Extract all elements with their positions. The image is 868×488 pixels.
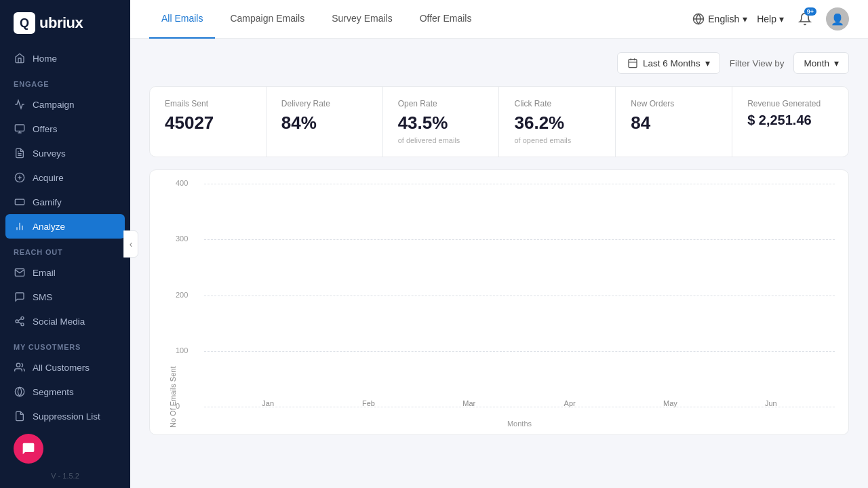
- stat-label: Revenue Generated: [747, 99, 833, 108]
- stat-label: Emails Sent: [165, 99, 251, 108]
- sidebar-item-segments[interactable]: Segments: [0, 380, 130, 404]
- sidebar-item-label: Campaign: [33, 100, 75, 110]
- version-label: V - 1.5.2: [0, 472, 130, 480]
- language-label: English: [708, 14, 739, 24]
- stat-open-rate: Open Rate 43.5% of delivered emails: [383, 87, 500, 157]
- sidebar-item-social-media[interactable]: Social Media: [0, 309, 130, 333]
- chat-button[interactable]: [14, 434, 43, 464]
- bars-area: Jan Feb Mar Apr: [204, 184, 835, 407]
- chart-inner: 400 300 200 100 0 Jan: [177, 184, 835, 428]
- sidebar-item-gamify[interactable]: Gamify: [0, 190, 130, 214]
- bar-group-feb: Feb: [348, 395, 389, 407]
- tab-offer-emails[interactable]: Offer Emails: [408, 0, 484, 39]
- date-range-label: Last 6 Months: [643, 58, 701, 68]
- month-chevron: ▾: [834, 58, 839, 68]
- sidebar-item-label: Analyze: [33, 222, 65, 232]
- month-filter[interactable]: Month ▾: [793, 52, 849, 74]
- sidebar-item-sms[interactable]: SMS: [0, 285, 130, 309]
- suppression-icon: [14, 410, 26, 422]
- top-navigation: All Emails Campaign Emails Survey Emails…: [130, 0, 868, 39]
- main-content: All Emails Campaign Emails Survey Emails…: [130, 0, 868, 488]
- svg-rect-0: [15, 125, 24, 131]
- stat-new-orders: New Orders 84: [616, 87, 732, 157]
- bar-group-mar: Mar: [449, 395, 490, 407]
- sidebar: Q ubriux Home Engage Campaign Offers Sur…: [0, 0, 130, 488]
- surveys-icon: [14, 147, 26, 159]
- sidebar-item-home[interactable]: Home: [0, 46, 130, 70]
- tab-survey-emails[interactable]: Survey Emails: [319, 0, 404, 39]
- svg-point-14: [21, 323, 24, 326]
- sidebar-item-surveys[interactable]: Surveys: [0, 141, 130, 165]
- offers-icon: [14, 123, 26, 135]
- svg-point-17: [16, 363, 20, 367]
- filter-bar: Last 6 Months ▾ Filter View by Month ▾: [149, 52, 849, 74]
- sidebar-item-label: Suppression List: [33, 411, 100, 422]
- language-selector[interactable]: English ▾: [692, 13, 747, 25]
- stat-label: New Orders: [631, 99, 717, 108]
- stats-row: Emails Sent 45027 Delivery Rate 84% Open…: [149, 86, 849, 157]
- sidebar-item-label: Offers: [33, 124, 58, 134]
- collapse-sidebar-button[interactable]: ‹: [123, 230, 138, 258]
- bar-label-jan: Jan: [262, 399, 274, 407]
- home-icon: [14, 52, 26, 64]
- sidebar-item-acquire[interactable]: Acquire: [0, 165, 130, 190]
- sidebar-item-offers[interactable]: Offers: [0, 117, 130, 141]
- page-content: Last 6 Months ▾ Filter View by Month ▾ E…: [130, 39, 868, 488]
- sidebar-item-label: Gamify: [33, 197, 62, 207]
- sidebar-item-email[interactable]: Email: [0, 260, 130, 285]
- sms-icon: [14, 291, 26, 303]
- date-range-chevron: ▾: [705, 58, 710, 68]
- svg-point-12: [21, 317, 24, 319]
- bar-label-may: May: [663, 399, 677, 407]
- svg-line-16: [18, 319, 22, 321]
- campaign-icon: [14, 98, 26, 110]
- stat-value: 84%: [281, 113, 368, 134]
- stat-label: Open Rate: [398, 99, 484, 108]
- sidebar-item-label: Segments: [33, 387, 74, 397]
- sidebar-item-label: Surveys: [33, 148, 66, 159]
- stat-value: 84: [631, 113, 717, 134]
- stat-click-rate: Click Rate 36.2% of opened emails: [499, 87, 616, 157]
- sidebar-item-label: Home: [33, 54, 57, 64]
- sidebar-item-all-customers[interactable]: All Customers: [0, 355, 130, 380]
- section-label-customers: My Cusotmers: [0, 333, 130, 355]
- svg-rect-20: [629, 60, 637, 68]
- gamify-icon: [14, 196, 26, 208]
- stat-value: 36.2%: [514, 113, 600, 134]
- sidebar-item-suppression[interactable]: Suppression List: [0, 404, 130, 428]
- notification-badge: 9+: [804, 7, 816, 16]
- stat-revenue: Revenue Generated $ 2,251.46: [732, 87, 848, 157]
- sidebar-item-label: Email: [33, 268, 56, 278]
- stat-sub: of delivered emails: [398, 136, 484, 144]
- sidebar-item-campaign[interactable]: Campaign: [0, 92, 130, 117]
- section-label-engage: Engage: [0, 70, 130, 92]
- acquire-icon: [14, 171, 26, 184]
- sidebar-item-label: SMS: [33, 292, 52, 302]
- help-button[interactable]: Help ▾: [757, 14, 784, 24]
- sidebar-item-label: All Customers: [33, 363, 90, 373]
- svg-point-18: [15, 387, 24, 396]
- email-icon: [14, 266, 26, 279]
- language-chevron: ▾: [743, 14, 747, 24]
- notification-button[interactable]: 9+: [793, 7, 816, 30]
- chart-wrap: No Of Emails Sent 400 300 200 100 0: [163, 184, 835, 428]
- bar-group-jan: Jan: [248, 395, 288, 407]
- customers-icon: [14, 361, 26, 373]
- stat-sub: of opened emails: [514, 136, 600, 144]
- logo: Q ubriux: [0, 0, 130, 46]
- date-range-filter[interactable]: Last 6 Months ▾: [617, 52, 720, 74]
- stat-value: 43.5%: [398, 113, 484, 134]
- analyze-icon: [14, 220, 26, 232]
- filter-view-label: Filter View by: [730, 58, 785, 68]
- sidebar-item-analyze[interactable]: Analyze: [5, 214, 125, 239]
- bar-group-jun: Jun: [751, 395, 791, 407]
- tab-all-emails[interactable]: All Emails: [149, 0, 215, 39]
- user-avatar[interactable]: 👤: [826, 7, 849, 30]
- tab-campaign-emails[interactable]: Campaign Emails: [218, 0, 317, 39]
- stat-label: Delivery Rate: [281, 99, 368, 108]
- segments-icon: [14, 386, 26, 398]
- month-label: Month: [804, 58, 829, 68]
- stat-delivery-rate: Delivery Rate 84%: [267, 87, 383, 157]
- section-label-reachout: Reach Out: [0, 239, 130, 260]
- topnav-right: English ▾ Help ▾ 9+ 👤: [692, 7, 849, 30]
